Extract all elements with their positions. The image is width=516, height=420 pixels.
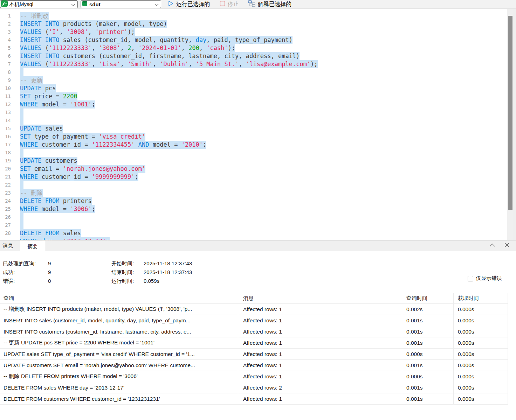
code-text: -- 删除 — [20, 189, 43, 197]
result-row[interactable]: UPDATE customers SET email = 'norah.jone… — [0, 360, 508, 371]
explain-selected-button[interactable]: 解释已选择的 — [248, 0, 291, 8]
line-number: 1 — [0, 12, 11, 20]
database-select[interactable]: sdut — [81, 0, 161, 8]
code-line[interactable]: 20SET email = 'norah.jones@yahoo.com' — [0, 165, 516, 173]
connection-select[interactable]: 本机Mysql — [0, 0, 78, 8]
code-line[interactable]: 27 — [0, 221, 516, 229]
code-line[interactable]: 9-- 更新 — [0, 76, 516, 84]
line-number: 24 — [0, 197, 11, 205]
code-line[interactable]: 21WHERE customer_id = '9999999999'; — [0, 173, 516, 181]
code-text: -- 增删改 — [20, 12, 49, 20]
code-line[interactable]: 4INSERT INTO sales (customer_id, model, … — [0, 36, 516, 44]
code-text: DELETE FROM printers — [20, 197, 92, 205]
code-text: UPDATE customers — [20, 157, 77, 165]
code-line[interactable]: 26 — [0, 213, 516, 221]
code-text: WHERE model = '1001'; — [20, 100, 95, 108]
result-row[interactable]: -- 更新 UPDATE pcs SET price = 2200 WHERE … — [0, 337, 508, 349]
sql-editor[interactable]: 1-- 增删改2INSERT INTO products (maker, mod… — [0, 9, 516, 240]
result-cell-query_time: 0.001s — [402, 326, 454, 337]
code-line[interactable]: 11SET price = 2200 — [0, 92, 516, 100]
result-cell-query: DELETE FROM customers WHERE customer_id … — [0, 393, 238, 404]
run-selected-button[interactable]: 运行已选择的 — [167, 0, 210, 8]
code-text — [20, 221, 23, 229]
code-line[interactable]: 8 — [0, 68, 516, 76]
line-number: 15 — [0, 125, 11, 133]
result-cell-fetch_time: 0.000s — [454, 393, 508, 404]
scrollbar-thumb[interactable] — [508, 16, 512, 210]
code-line[interactable]: 25WHERE model = '3006'; — [0, 205, 516, 213]
result-row[interactable]: -- 删除 DELETE FROM printers WHERE model =… — [0, 371, 508, 382]
code-text: INSERT INTO customers (customer_id, firs… — [20, 52, 300, 60]
code-line[interactable]: 3VALUES ('I', '3008', 'printer'); — [0, 28, 516, 36]
stop-label: 停止 — [228, 1, 239, 8]
connection-select-label: 本机Mysql — [8, 1, 71, 8]
result-cell-query: UPDATE customers SET email = 'norah.jone… — [0, 360, 238, 371]
results-panel: 消息 摘要 已处理的查询: 9 开始时间: 2025-11-18 12:37:4… — [0, 240, 516, 420]
start-time-value: 2025-11-18 12:37:43 — [144, 259, 318, 268]
collapse-panel-icon[interactable] — [489, 241, 496, 248]
result-row[interactable]: INSERT INTO sales (customer_id, model, q… — [0, 315, 508, 326]
code-line[interactable]: 18 — [0, 149, 516, 157]
result-cell-fetch_time: 0.000s — [454, 371, 508, 382]
code-text: UPDATE pcs — [20, 84, 56, 92]
line-number: 13 — [0, 108, 11, 117]
result-cell-query: -- 更新 UPDATE pcs SET price = 2200 WHERE … — [0, 337, 238, 348]
result-cell-message: Affected rows: 2 — [238, 382, 402, 393]
result-cell-query: UPDATE sales SET type_of_payment = 'visa… — [0, 349, 238, 359]
line-number: 14 — [0, 117, 11, 125]
code-line[interactable]: 19UPDATE customers — [0, 157, 516, 165]
code-line[interactable]: 5VALUES ('1112223333', '3008', 2, '2024-… — [0, 44, 516, 52]
checkbox-unchecked-icon[interactable] — [468, 276, 473, 281]
only-errors-checkbox[interactable]: 仅显示错误 — [468, 275, 502, 282]
stop-icon — [220, 1, 225, 8]
result-row[interactable]: DELETE FROM sales WHERE day = '2013-12-1… — [0, 382, 508, 393]
editor-vertical-scrollbar[interactable] — [507, 9, 513, 240]
code-line[interactable]: 16SET type_of_payment = 'visa credit' — [0, 133, 516, 141]
results-table: 查询消息查询时间获取时间 -- 增删改 INSERT INTO products… — [0, 293, 508, 405]
code-line[interactable]: 22 — [0, 181, 516, 189]
close-panel-icon[interactable] — [503, 241, 510, 248]
result-cell-query_time: 0.001s — [402, 393, 454, 404]
column-header: 查询时间 — [402, 293, 454, 303]
code-line[interactable]: 14 — [0, 117, 516, 125]
line-number: 26 — [0, 213, 11, 221]
result-row[interactable]: -- 增删改 INSERT INTO products (maker, mode… — [0, 304, 508, 315]
code-line[interactable]: 17WHERE customer_id = '1122334455' AND m… — [0, 141, 516, 149]
code-line[interactable]: 13 — [0, 108, 516, 117]
result-cell-query_time: 0.002s — [402, 304, 454, 315]
play-icon — [167, 0, 174, 8]
tab-messages[interactable]: 消息 — [0, 240, 20, 251]
error-value: 0 — [48, 276, 111, 285]
result-row[interactable]: UPDATE sales SET type_of_payment = 'visa… — [0, 349, 508, 360]
code-line[interactable]: 1-- 增删改 — [0, 12, 516, 20]
code-line[interactable]: 2INSERT INTO products (maker, model, typ… — [0, 20, 516, 28]
code-line[interactable]: WHERE day = '2013-12-17'; — [0, 237, 516, 240]
line-number: 6 — [0, 52, 11, 60]
code-line[interactable]: 23-- 删除 — [0, 189, 516, 197]
end-time-value: 2025-11-18 12:37:43 — [144, 268, 318, 276]
result-row[interactable]: DELETE FROM customers WHERE customer_id … — [0, 393, 508, 405]
code-text: INSERT INTO products (maker, model, type… — [20, 20, 167, 28]
result-cell-query: INSERT INTO customers (customer_id, firs… — [0, 326, 238, 337]
line-number: 10 — [0, 84, 11, 92]
result-cell-query_time: 0.000s — [402, 371, 454, 382]
result-row[interactable]: INSERT INTO customers (customer_id, firs… — [0, 326, 508, 337]
code-line[interactable]: 6INSERT INTO customers (customer_id, fir… — [0, 52, 516, 60]
result-cell-message: Affected rows: 1 — [238, 349, 402, 359]
code-line[interactable]: 10UPDATE pcs — [0, 84, 516, 92]
database-select-label: sdut — [88, 1, 154, 7]
code-text: UPDATE sales — [20, 125, 63, 133]
code-line[interactable]: 7VALUES ('1112223333', 'Lisa', 'Smith', … — [0, 60, 516, 68]
line-number: 27 — [0, 221, 11, 229]
code-text: VALUES ('I', '3008', 'printer'); — [20, 28, 135, 36]
only-errors-label: 仅显示错误 — [476, 275, 502, 282]
code-line[interactable]: 12WHERE model = '1001'; — [0, 100, 516, 108]
code-line[interactable]: 15UPDATE sales — [0, 125, 516, 133]
end-time-label: 结束时间: — [111, 268, 144, 276]
code-line[interactable]: 28DELETE FROM sales — [0, 229, 516, 237]
processed-queries-value: 9 — [48, 259, 111, 268]
code-line[interactable]: 24DELETE FROM printers — [0, 197, 516, 205]
tab-summary[interactable]: 摘要 — [20, 241, 45, 251]
code-text: VALUES ('1112223333', 'Lisa', 'Smith', '… — [20, 60, 318, 68]
code-text: WHERE model = '3006'; — [20, 205, 95, 213]
